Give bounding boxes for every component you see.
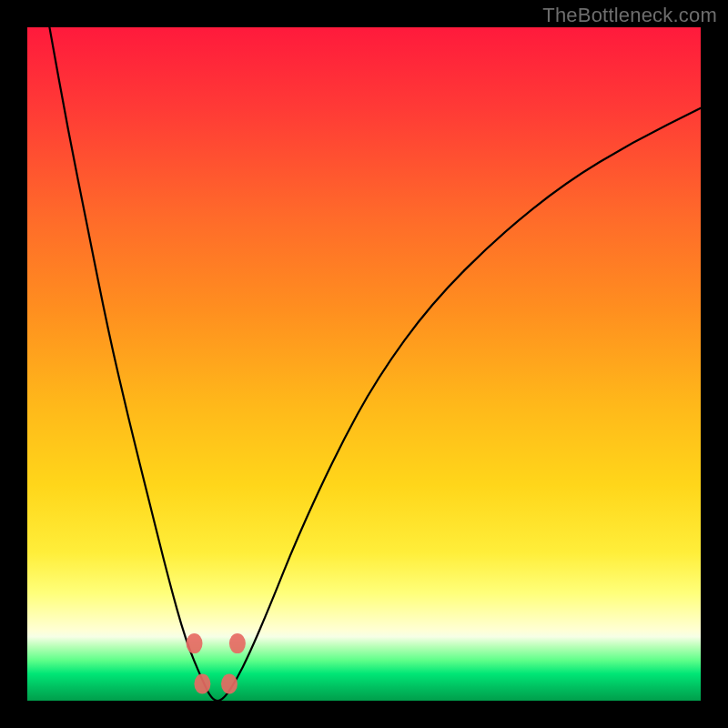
plot-area <box>27 27 701 701</box>
chart-frame: TheBottleneck.com <box>0 0 728 728</box>
watermark-label: TheBottleneck.com <box>542 4 717 27</box>
curve-marker <box>187 633 203 653</box>
curve-marker <box>194 674 210 694</box>
curve-marker <box>221 674 238 694</box>
curve-marker <box>229 633 246 653</box>
bottleneck-curve <box>49 27 701 701</box>
curve-layer <box>27 27 701 701</box>
